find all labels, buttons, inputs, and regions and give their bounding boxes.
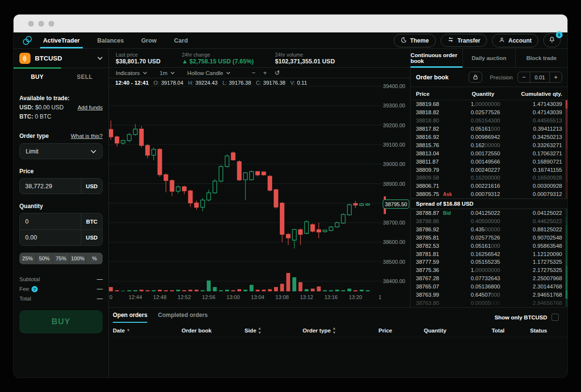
order-book-row[interactable]: 38815.760.162000000.33263271 bbox=[411, 141, 567, 149]
moon-icon bbox=[400, 37, 407, 45]
theme-button[interactable]: Theme bbox=[394, 34, 436, 47]
tab-completed-orders[interactable]: Completed orders bbox=[158, 312, 208, 323]
order-book-row[interactable]: 38777.590.051552351.17275325 bbox=[411, 258, 567, 266]
window-control-dot[interactable] bbox=[28, 21, 34, 27]
quantity-btc-input[interactable] bbox=[20, 213, 81, 229]
reset-chart-icon[interactable]: ↺ bbox=[275, 69, 280, 76]
subtotal-value: — bbox=[97, 276, 103, 283]
col-order-type[interactable]: Order type▲▼ bbox=[303, 326, 366, 335]
order-book-row[interactable]: 38805.75Ask0.000793120.00079312 bbox=[411, 190, 567, 198]
chevron-down-icon bbox=[226, 72, 230, 75]
order-book-row[interactable]: 38809.580.162000000.16500928 bbox=[411, 174, 567, 182]
order-book-row[interactable]: 38781.810.162565421.12120090 bbox=[411, 250, 567, 258]
order-book-row[interactable]: 38818.800.051543000.44565513 bbox=[411, 117, 567, 125]
order-book-row[interactable]: 38806.710.002216160.00300928 bbox=[411, 182, 567, 190]
order-book-row[interactable]: 38813.040.001725500.17063271 bbox=[411, 149, 567, 157]
candle-body bbox=[292, 229, 296, 240]
notification-badge: 6 bbox=[556, 31, 563, 38]
candle-style-dropdown[interactable]: Hollow Candle bbox=[187, 70, 230, 76]
price-chart[interactable]: 39400.0039300.0039200.0039100.0039000.00… bbox=[109, 78, 410, 305]
nav-item-card[interactable]: Card bbox=[174, 32, 188, 48]
order-book-row[interactable]: 38785.810.025775260.90702548 bbox=[411, 233, 567, 241]
trade-sidebar: B BTCUSD BUY SELL Available to trade: US… bbox=[14, 49, 109, 377]
precision-value: 0.01 bbox=[530, 72, 550, 82]
indicators-dropdown[interactable]: Indicators bbox=[116, 70, 147, 76]
nav-item-balances[interactable]: Balances bbox=[97, 32, 124, 48]
percent-custom-button[interactable]: % bbox=[86, 253, 103, 264]
order-book-row[interactable]: 38782.530.051610000.95863548 bbox=[411, 241, 567, 250]
order-book-row[interactable]: 38816.920.009869420.34250213 bbox=[411, 133, 567, 141]
zoom-out-button[interactable]: − bbox=[252, 69, 256, 76]
buy-submit-button[interactable]: BUY bbox=[19, 310, 103, 333]
percent-50-button[interactable]: 50% bbox=[36, 253, 53, 264]
col-side[interactable]: Side▲▼ bbox=[245, 326, 303, 335]
depth-bar bbox=[566, 100, 567, 108]
interval-dropdown[interactable]: 1m bbox=[160, 70, 175, 76]
lock-icon[interactable] bbox=[469, 72, 482, 83]
tab-sell[interactable]: SELL bbox=[61, 68, 108, 85]
volume-bar bbox=[225, 290, 229, 291]
ask-tag: Ask bbox=[443, 192, 452, 197]
order-type-select[interactable]: Limit bbox=[19, 143, 103, 159]
window-control-dot[interactable] bbox=[48, 21, 54, 27]
tab-continuous-order-book[interactable]: Continuous order book bbox=[411, 49, 462, 67]
nav-item-activetrader[interactable]: ActiveTrader bbox=[43, 32, 80, 48]
order-book-row[interactable]: 38817.820.051610000.39411213 bbox=[411, 125, 567, 133]
depth-bar bbox=[566, 266, 567, 274]
quantity-usd-input[interactable] bbox=[20, 230, 81, 245]
tab-open-orders[interactable]: Open orders bbox=[113, 312, 147, 323]
price-unit: USD bbox=[81, 179, 102, 194]
gemini-logo-icon[interactable] bbox=[22, 32, 32, 48]
what-is-this-link[interactable]: What is this? bbox=[71, 133, 103, 139]
account-button[interactable]: Account bbox=[492, 34, 538, 47]
candle-body bbox=[353, 204, 357, 205]
order-book-row[interactable]: 38763.800.000050002.94656768 bbox=[411, 299, 567, 307]
show-only-btcusd-checkbox[interactable] bbox=[551, 314, 559, 321]
order-book-row[interactable]: 38819.681.000000001.47143039 bbox=[411, 100, 567, 108]
nav-item-grow[interactable]: Grow bbox=[141, 32, 157, 48]
order-book-row[interactable]: 38811.870.001495660.16890721 bbox=[411, 157, 567, 166]
tab-block-trade[interactable]: Block trade bbox=[515, 49, 567, 67]
volume-bar bbox=[213, 287, 217, 291]
volume-bar bbox=[286, 273, 290, 291]
precision-control: − 0.01 + bbox=[518, 72, 562, 83]
percent-100-button[interactable]: 100% bbox=[69, 253, 86, 264]
volume-bar bbox=[299, 282, 303, 291]
svg-text:12:56: 12:56 bbox=[202, 294, 215, 300]
tab-buy[interactable]: BUY bbox=[14, 68, 61, 85]
candle-body bbox=[170, 181, 174, 191]
window-control-dot[interactable] bbox=[38, 21, 44, 27]
candle-body bbox=[134, 129, 138, 135]
svg-text:39100.00: 39100.00 bbox=[383, 142, 405, 148]
volume-bar bbox=[274, 287, 278, 291]
depth-bar bbox=[566, 233, 567, 241]
btc-balance: BTC: 0 BTC bbox=[19, 113, 51, 120]
order-book-row[interactable]: 38818.820.025775260.47143039 bbox=[411, 108, 567, 117]
order-book-row[interactable]: 38809.790.002402270.16741155 bbox=[411, 166, 567, 174]
precision-increase-button[interactable]: + bbox=[550, 72, 562, 82]
transfer-button[interactable]: Transfer bbox=[441, 34, 487, 47]
pair-selector[interactable]: B BTCUSD bbox=[14, 49, 108, 68]
volume-bar bbox=[195, 290, 199, 291]
col-date[interactable]: Date▼ bbox=[113, 328, 182, 333]
precision-decrease-button[interactable]: − bbox=[518, 72, 530, 82]
order-book-row[interactable]: 38767.280.077326432.25007968 bbox=[411, 274, 567, 283]
tab-daily-auction[interactable]: Daily auction bbox=[462, 49, 515, 67]
depth-bar bbox=[566, 250, 567, 258]
order-book-row[interactable]: 38765.070.051368002.30144768 bbox=[411, 283, 567, 291]
volume-bar bbox=[353, 290, 357, 291]
add-funds-link[interactable]: Add funds bbox=[77, 105, 103, 110]
change-label: 24hr change bbox=[182, 52, 254, 58]
order-book-row[interactable]: 38788.87Bid0.041250220.04125022 bbox=[411, 209, 567, 217]
percent-75-button[interactable]: 75% bbox=[52, 253, 69, 264]
fee-help-icon[interactable]: ? bbox=[31, 286, 38, 292]
price-input[interactable] bbox=[20, 179, 81, 194]
order-book-row[interactable]: 38786.920.435000000.88125022 bbox=[411, 225, 567, 233]
percent-25-button[interactable]: 25% bbox=[19, 253, 36, 264]
order-book-row[interactable]: 38763.990.645070002.94651768 bbox=[411, 291, 567, 299]
depth-bar bbox=[566, 133, 567, 141]
zoom-in-button[interactable]: + bbox=[263, 69, 267, 76]
order-book-row[interactable]: 38775.361.000000002.17275325 bbox=[411, 266, 567, 274]
last-price-marker: 38795.50 bbox=[383, 200, 409, 209]
order-book-row[interactable]: 38788.860.405000000.44625022 bbox=[411, 217, 567, 226]
